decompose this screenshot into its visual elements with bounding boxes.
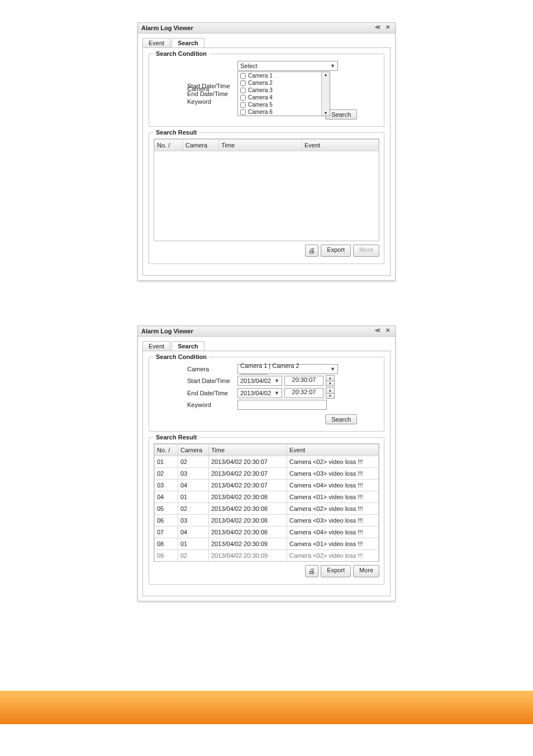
stepper-up-icon[interactable]: ▴ (326, 376, 334, 381)
camera-checkbox[interactable] (240, 88, 246, 93)
end-datetime-label: End Date/Time (154, 390, 237, 396)
end-time-stepper[interactable]: ▴ ▾ (326, 387, 335, 399)
listbox-scrollbar[interactable]: ▴ ▾ (321, 72, 330, 116)
window-title: Alarm Log Viewer (141, 25, 374, 31)
start-datetime-label: Start Date/Time (154, 377, 237, 384)
close-icon[interactable]: ✕ (384, 24, 392, 32)
camera-list-label: Camera 6 (248, 109, 273, 115)
tab-search[interactable]: Search (172, 38, 204, 47)
col-time[interactable]: Time (209, 444, 287, 456)
search-condition-group: Search Condition Camera Camera 1 | Camer… (149, 357, 384, 432)
start-datetime-label: Start Date/Time (154, 83, 237, 89)
camera-select-value: Camera 1 | Camera 2 ................ (240, 362, 328, 376)
camera-list-label: Camera 1 (248, 73, 273, 79)
export-button[interactable]: Export (321, 245, 351, 257)
print-icon[interactable]: 🖨 (305, 245, 318, 257)
search-result-group: Search Result No. / Camera Time Event (149, 132, 384, 264)
table-row[interactable]: 04012013/04/02 20:30:08Camera <01> video… (155, 491, 379, 503)
table-row[interactable]: 02032013/04/02 20:30:07Camera <03> video… (155, 468, 379, 480)
search-result-group: Search Result No. / Camera Time (149, 437, 384, 585)
titlebar: Alarm Log Viewer ≪ ✕ (138, 326, 395, 337)
col-no[interactable]: No. / (155, 140, 183, 151)
scroll-up-icon[interactable]: ▴ (322, 72, 330, 77)
col-no[interactable]: No. / (155, 444, 178, 456)
results-table: No. / Camera Time Event 01022013/04/02 2… (154, 444, 379, 561)
close-icon[interactable]: ✕ (384, 327, 392, 335)
camera-checkbox[interactable] (240, 109, 246, 115)
tab-event[interactable]: Event (142, 341, 170, 351)
end-date-field[interactable]: 2013/04/02 ▼ (237, 388, 282, 398)
camera-select[interactable]: Select ▼ (237, 61, 338, 71)
camera-select-value: Select (240, 63, 258, 69)
camera-select[interactable]: Camera 1 | Camera 2 ................ ▼ (237, 364, 338, 374)
camera-listbox[interactable]: Camera 1Camera 2Camera 3Camera 4Camera 5… (237, 71, 330, 116)
chevron-down-icon: ▼ (272, 390, 279, 396)
tab-search[interactable]: Search (172, 341, 204, 351)
search-result-legend: Search Result (154, 129, 199, 136)
table-row[interactable]: 06032013/04/02 20:30:08Camera <03> video… (155, 515, 379, 527)
print-icon[interactable]: 🖨 (305, 565, 318, 577)
col-camera[interactable]: Camera (183, 140, 219, 151)
camera-checkbox[interactable] (240, 95, 246, 101)
camera-list-item[interactable]: Camera 4 (238, 94, 330, 101)
scroll-down-icon[interactable]: ▾ (322, 111, 330, 116)
search-result-legend: Search Result (154, 434, 199, 441)
start-time-field[interactable]: 20:30:07 (284, 376, 323, 386)
end-datetime-label: End Date/Time (154, 90, 237, 97)
stepper-up-icon[interactable]: ▴ (326, 388, 334, 394)
window-title: Alarm Log Viewer (141, 328, 374, 334)
chevron-down-icon: ▼ (328, 63, 335, 69)
camera-checkbox[interactable] (240, 73, 246, 79)
end-time-field[interactable]: 20:32:07 (284, 388, 323, 398)
results-table: No. / Camera Time Event (154, 139, 379, 151)
col-event[interactable]: Event (302, 140, 379, 151)
alarm-log-viewer-window: Alarm Log Viewer ≪ ✕ Event Search Search… (137, 22, 396, 281)
keyword-label: Keyword (154, 401, 237, 408)
table-row[interactable]: 08012013/04/02 20:30:09Camera <01> video… (155, 538, 379, 550)
table-row[interactable]: 09022013/04/02 20:30:09Camera <02> video… (155, 550, 379, 562)
titlebar: Alarm Log Viewer ≪ ✕ (138, 23, 395, 34)
camera-checkbox[interactable] (240, 80, 246, 86)
col-time[interactable]: Time (219, 140, 302, 151)
camera-list-label: Camera 2 (248, 80, 273, 86)
col-event[interactable]: Event (287, 444, 379, 456)
camera-list-item[interactable]: Camera 1 (238, 72, 330, 79)
search-condition-group: Search Condition Camera Select ▼ Camera … (149, 54, 384, 127)
stepper-down-icon[interactable]: ▾ (326, 394, 334, 399)
camera-list-item[interactable]: Camera 3 (238, 87, 330, 94)
camera-list-item[interactable]: Camera 2 (238, 79, 330, 87)
search-button[interactable]: Search (325, 414, 357, 424)
start-date-field[interactable]: 2013/04/02 ▼ (237, 376, 282, 386)
col-camera[interactable]: Camera (178, 444, 209, 456)
chevron-down-icon: ▼ (272, 378, 279, 384)
stepper-down-icon[interactable]: ▾ (326, 381, 334, 386)
pin-icon[interactable]: ≪ (374, 327, 382, 335)
start-time-stepper[interactable]: ▴ ▾ (326, 375, 335, 386)
camera-list-item[interactable]: Camera 6 (238, 108, 330, 116)
camera-list-label: Camera 4 (248, 94, 273, 101)
alarm-log-viewer-window: Alarm Log Viewer ≪ ✕ Event Search Search… (137, 326, 396, 601)
keyword-label: Keyword (154, 98, 237, 105)
camera-checkbox[interactable] (240, 102, 246, 108)
pin-icon[interactable]: ≪ (374, 24, 382, 32)
camera-list-label: Camera 3 (248, 87, 273, 93)
table-row[interactable]: 05022013/04/02 20:30:08Camera <02> video… (155, 503, 379, 515)
keyword-input[interactable] (237, 400, 327, 410)
more-button[interactable]: More (353, 565, 379, 577)
camera-list-label: Camera 5 (248, 102, 273, 108)
more-button: More (353, 245, 379, 257)
camera-list-item[interactable]: Camera 5 (238, 101, 330, 108)
table-row[interactable]: 01022013/04/02 20:30:07Camera <02> video… (155, 456, 379, 468)
export-button[interactable]: Export (321, 565, 351, 577)
search-condition-legend: Search Condition (154, 353, 209, 360)
tab-event[interactable]: Event (142, 38, 170, 47)
table-row[interactable]: 03042013/04/02 20:30:07Camera <04> video… (155, 480, 379, 491)
search-condition-legend: Search Condition (154, 50, 209, 57)
footer-band (0, 691, 533, 724)
chevron-down-icon: ▼ (328, 366, 335, 372)
camera-label: Camera (154, 366, 237, 372)
table-row[interactable]: 07042013/04/02 20:30:08Camera <04> video… (155, 527, 379, 538)
